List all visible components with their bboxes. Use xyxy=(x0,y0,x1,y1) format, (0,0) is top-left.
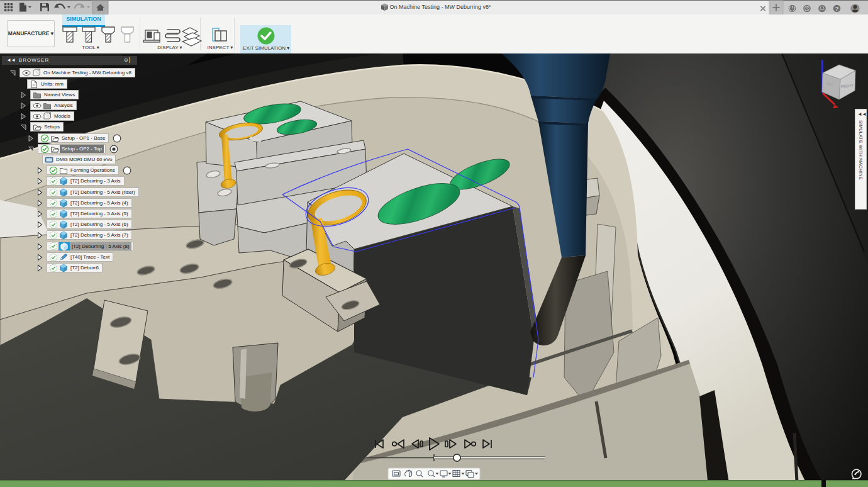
svg-text:RIGHT: RIGHT xyxy=(841,83,854,88)
svg-text:?: ? xyxy=(835,5,839,12)
